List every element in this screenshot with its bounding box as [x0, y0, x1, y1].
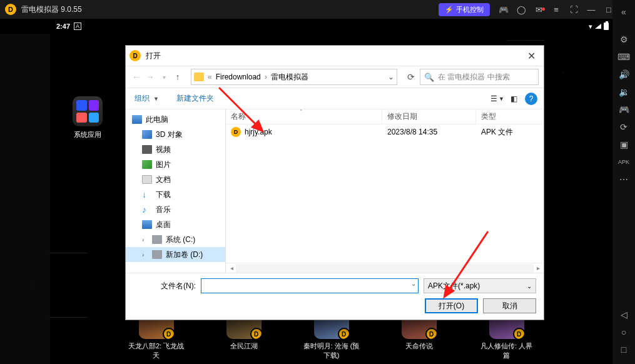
phone-control-label: 手机控制 — [456, 5, 484, 14]
volume-down-icon[interactable]: 🔉 — [616, 84, 632, 100]
android-home-button[interactable]: ○ — [616, 324, 632, 340]
dialog-titlebar: D 打开 ✕ — [126, 46, 544, 66]
system-apps-shortcut[interactable]: 系统应用 — [66, 96, 109, 139]
nav-history-dropdown[interactable]: ▾ — [158, 74, 170, 81]
nav-up-button[interactable]: ↑ — [172, 72, 183, 82]
tree-videos[interactable]: 视频 — [126, 142, 225, 157]
multi-icon[interactable]: ▣ — [616, 136, 632, 153]
clock: 2:47 — [56, 23, 70, 30]
search-icon: 🔍 — [424, 73, 434, 82]
tree-music[interactable]: ♪音乐 — [126, 202, 225, 217]
dialog-footer: 文件名(N): ⌄ APK文件(*.apk) ⌄ 打开(O) 取消 — [126, 273, 544, 320]
view-mode-button[interactable]: ☰▼ — [490, 94, 504, 103]
column-type[interactable]: 类型 — [476, 109, 544, 124]
organize-button[interactable]: 组织 — [132, 93, 152, 104]
scroll-left-arrow[interactable]: ◂ — [227, 265, 236, 271]
dock-item-label: 天命传说 — [391, 341, 447, 351]
file-date: 2023/8/8 14:35 — [382, 128, 476, 136]
android-back-button[interactable]: ◁ — [616, 306, 632, 323]
tree-3d-objects[interactable]: 3D 对象 — [126, 127, 225, 142]
download-icon: ↓ — [142, 190, 152, 199]
menu-icon[interactable]: ≡ — [547, 5, 565, 14]
cancel-button[interactable]: 取消 — [483, 298, 536, 313]
file-type: APK 文件 — [476, 127, 544, 138]
crumb-firedownload[interactable]: Firedownload — [213, 73, 263, 81]
crumb-dropdown[interactable]: ⌄ — [388, 73, 394, 81]
folder-icon — [194, 73, 204, 81]
drive-icon — [152, 235, 162, 244]
chevron-down-icon: ⌄ — [527, 283, 532, 290]
collapse-sidebar-icon[interactable]: « — [616, 4, 632, 20]
battery-icon — [604, 23, 609, 30]
emulator-right-sidebar: « ⚙ ⌨ 🔊 🔉 🎮 ⟳ ▣ APK ⋯ ◁ ○ □ — [612, 0, 635, 364]
file-type-filter[interactable]: APK文件(*.apk) ⌄ — [424, 278, 536, 293]
filename-dropdown-icon[interactable]: ⌄ — [411, 280, 416, 287]
video-icon — [142, 145, 152, 154]
tree-drive-c[interactable]: ›系统 (C:) — [126, 232, 225, 247]
crumb-ldplayer[interactable]: 雷电模拟器 — [268, 72, 311, 83]
chevron-down-icon[interactable]: ▼ — [153, 96, 159, 102]
new-folder-button[interactable]: 新建文件夹 — [174, 93, 216, 104]
minimize-button[interactable]: — — [582, 5, 600, 14]
column-name[interactable]: 名称 — [226, 109, 382, 124]
documents-icon — [142, 175, 152, 184]
column-date[interactable]: 修改日期 — [382, 109, 476, 124]
gamepad-icon[interactable]: 🎮 — [495, 5, 512, 14]
app-title: 雷电模拟器 9.0.55 — [21, 4, 82, 15]
keyboard-icon[interactable]: ⌨ — [616, 49, 632, 65]
tree-downloads[interactable]: ↓下载 — [126, 187, 225, 202]
user-icon[interactable]: ◯ — [512, 5, 530, 14]
file-list-header: ˄ 名称 修改日期 类型 — [226, 109, 544, 124]
settings-icon[interactable]: ⚙ — [616, 31, 632, 48]
tree-pictures[interactable]: 图片 — [126, 157, 225, 172]
open-button[interactable]: 打开(O) — [425, 298, 478, 313]
apk-icon[interactable]: APK — [616, 154, 632, 170]
refresh-button[interactable]: ⟳ — [405, 72, 417, 82]
help-button[interactable]: ? — [525, 93, 537, 105]
tree-this-pc[interactable]: 此电脑 — [126, 112, 225, 127]
crumb-overflow[interactable]: « — [208, 73, 212, 81]
gamepad-sidebar-icon[interactable]: 🎮 — [616, 101, 632, 118]
nav-forward-button[interactable]: → — [145, 72, 156, 82]
dock-item-label: 秦时明月: 沧海 (预下载) — [303, 341, 360, 360]
file-list[interactable]: D hjrjy.apk 2023/8/8 14:35 APK 文件 — [226, 124, 544, 263]
preview-pane-button[interactable]: ◧ — [511, 94, 517, 103]
sort-indicator-icon: ˄ — [300, 109, 303, 115]
fullscreen-icon[interactable]: ⛶ — [565, 5, 582, 14]
file-list-panel: ˄ 名称 修改日期 类型 D hjrjy.apk 2023/8/8 14:35 … — [226, 109, 544, 273]
mail-icon[interactable]: ✉ — [530, 5, 547, 14]
emulator-left-column — [0, 19, 50, 364]
tree-drive-d[interactable]: ›新加卷 (D:) — [126, 247, 225, 262]
drive-icon — [152, 250, 162, 259]
folder-tree: 此电脑 3D 对象 视频 图片 文档 ↓下载 ♪音乐 桌面 ›系统 (C:) ›… — [126, 109, 226, 273]
file-row[interactable]: D hjrjy.apk 2023/8/8 14:35 APK 文件 — [226, 124, 544, 139]
pc-icon — [132, 115, 142, 124]
search-placeholder: 在 雷电模拟器 中搜索 — [438, 72, 510, 83]
status-indicator: A — [74, 23, 81, 30]
ld-logo-icon: D — [5, 4, 16, 15]
emulator-titlebar: D 雷电模拟器 9.0.55 ⚡ 手机控制 🎮 ◯ ✉ ≡ ⛶ — □ ✕ — [0, 0, 635, 19]
dock-item-label: 全民江湖 — [216, 341, 272, 351]
sync-icon[interactable]: ⟳ — [616, 119, 632, 135]
tree-desktop[interactable]: 桌面 — [126, 217, 225, 232]
phone-control-button[interactable]: ⚡ 手机控制 — [439, 3, 490, 16]
wifi-icon: ▾ — [589, 23, 592, 31]
android-recents-button[interactable]: □ — [616, 341, 632, 358]
dock-item-label: 天龙八部2: 飞龙战天 — [128, 341, 185, 360]
filename-input[interactable] — [201, 278, 419, 293]
scroll-right-arrow[interactable]: ▸ — [534, 265, 542, 271]
volume-up-icon[interactable]: 🔊 — [616, 66, 632, 83]
more-icon[interactable]: ⋯ — [616, 171, 632, 188]
breadcrumb[interactable]: « Firedownload › 雷电模拟器 ⌄ — [191, 69, 397, 85]
dialog-close-button[interactable]: ✕ — [522, 50, 540, 62]
android-status-bar: 2:47 A ▾ — [0, 19, 612, 34]
dialog-toolbar: 组织 ▼ 新建文件夹 ☰▼ ◧ ? — [126, 88, 544, 109]
tree-documents[interactable]: 文档 — [126, 172, 225, 187]
search-input[interactable]: 🔍 在 雷电模拟器 中搜索 — [420, 69, 539, 85]
horizontal-scrollbar[interactable]: ◂ ▸ — [226, 263, 544, 273]
system-apps-label: 系统应用 — [66, 130, 109, 139]
dock-item-label: 凡人修仙传: 人界篇 — [479, 341, 535, 360]
cube-icon — [142, 130, 152, 139]
nav-back-button[interactable]: ← — [131, 72, 142, 82]
dialog-title: 打开 — [146, 51, 522, 61]
